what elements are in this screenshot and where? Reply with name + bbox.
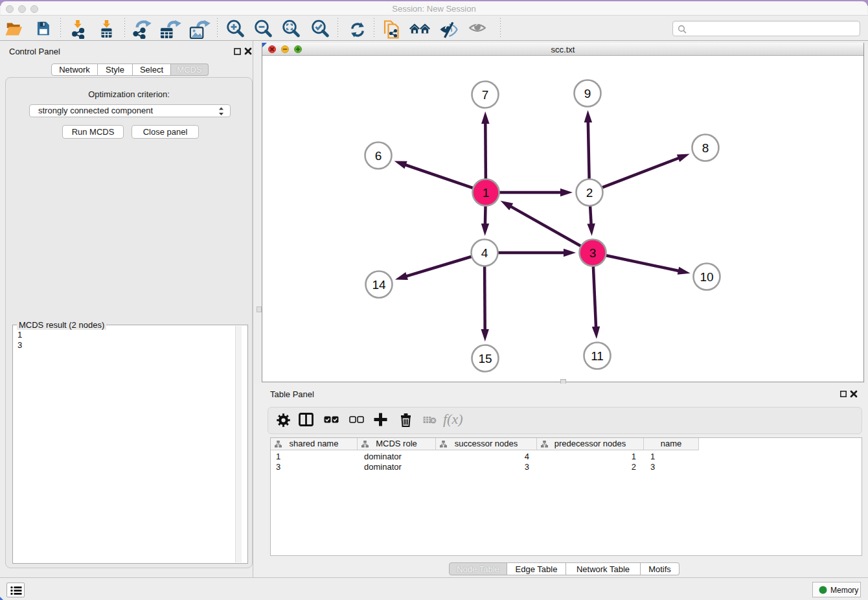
- svg-text:10: 10: [700, 270, 713, 284]
- svg-text:11: 11: [591, 349, 604, 363]
- svg-text:2: 2: [586, 186, 593, 200]
- svg-text:1: 1: [483, 186, 490, 200]
- svg-text:9: 9: [584, 87, 591, 100]
- svg-text:4: 4: [481, 246, 488, 260]
- svg-text:7: 7: [482, 88, 489, 102]
- svg-text:3: 3: [589, 246, 597, 260]
- svg-text:14: 14: [372, 278, 386, 292]
- svg-text:15: 15: [478, 352, 492, 365]
- svg-text:6: 6: [375, 149, 382, 163]
- svg-text:8: 8: [702, 141, 709, 155]
